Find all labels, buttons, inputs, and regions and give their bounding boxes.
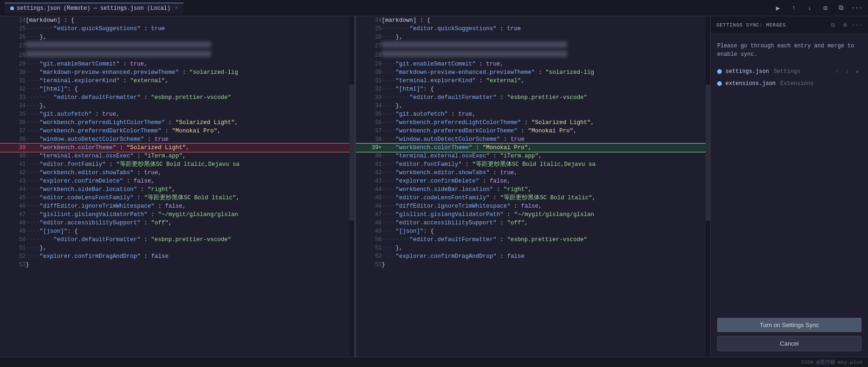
cancel-button[interactable]: Cancel: [717, 336, 862, 351]
table-row: 45····"editor.codeLensFontFamily" : "等距更…: [0, 194, 354, 202]
line-number: 33: [0, 93, 26, 102]
line-content: ········"editor.quickSuggestions" : true: [382, 25, 710, 33]
table-row: 24[markdown] : {: [0, 16, 354, 25]
table-row: 52····"explorer.confirmDragAndDrop" : fa…: [356, 252, 710, 261]
left-editor-pane: 24[markdown] : {25········"editor.quickS…: [0, 16, 354, 357]
table-row: 46····"diffEditor.ignoreTrimWhitespace" …: [356, 202, 710, 210]
sync-panel-settings-icon[interactable]: ⚙: [840, 20, 850, 30]
table-row: 27: [356, 41, 710, 51]
editor-tab[interactable]: settings.json (Remote) ↔ settings.json (…: [5, 3, 183, 13]
sync-close-icon[interactable]: ✕: [853, 67, 862, 76]
editor-toolbar: ▶ ↑ ↓ ⊟ ⧉ ···: [771, 1, 863, 14]
table-row: 47····"glsllint.glslangValidatorPath" : …: [0, 210, 354, 219]
line-number: 47: [0, 210, 26, 219]
left-minimap: [350, 16, 354, 357]
sync-upload-icon[interactable]: ↑: [833, 67, 841, 76]
table-row: 34····},: [0, 102, 354, 110]
left-code-scroll[interactable]: 24[markdown] : {25········"editor.quickS…: [0, 16, 354, 357]
line-content: ····"git.autofetch" : true,: [382, 110, 710, 118]
right-code-table: 24[markdown] : {25········"editor.quickS…: [356, 16, 710, 269]
table-row: 38····"window.autoDetectColorScheme" : t…: [0, 135, 354, 144]
line-number: 33: [356, 93, 382, 102]
nav-up-icon[interactable]: ↑: [787, 1, 800, 14]
table-row: 26····},: [0, 33, 354, 41]
line-content: ····"[html]": {: [382, 85, 710, 93]
settings-sync-panel: SETTINGS SYNC: MERGES ⊟ ⚙ ··· Please go …: [710, 16, 868, 357]
tab-label: settings.json (Remote) ↔ settings.json (…: [17, 5, 170, 12]
table-row: 39+····"workbench.colorTheme" : "Monokai…: [356, 144, 710, 152]
title-bar-tabs: settings.json (Remote) ↔ settings.json (…: [5, 3, 183, 13]
sync-panel-more-icon[interactable]: ···: [852, 20, 862, 30]
line-number: 25: [0, 25, 26, 33]
table-row: 40····"terminal.external.osxExec" : "iTe…: [0, 152, 354, 160]
sync-buttons: Turn on Settings Sync Cancel: [711, 312, 868, 357]
line-number: 30: [0, 68, 26, 77]
line-content: ····"workbench.editor.showTabs" : true,: [26, 169, 354, 177]
line-number: 52: [356, 252, 382, 261]
right-code-scroll[interactable]: 24[markdown] : {25········"editor.quickS…: [356, 16, 710, 357]
line-number: 46: [356, 202, 382, 210]
table-row: 32····"[html]": {: [356, 85, 710, 93]
line-number: 36: [0, 118, 26, 127]
line-number: 44: [0, 185, 26, 194]
sync-item-extensions[interactable]: extensions.json Extensions: [714, 78, 864, 89]
line-content: ····"window.autoDetectColorScheme" : tru…: [382, 135, 710, 144]
footer-bar: CSDN @墨抒颖 msy.plus: [0, 357, 868, 367]
line-content: ····},: [382, 102, 710, 110]
line-content: ····"workbench.sideBar.location" : "righ…: [26, 185, 354, 194]
line-number: 49: [356, 227, 382, 236]
sync-item-settings[interactable]: settings.json Settings ↑ ↓ ✕: [714, 65, 864, 78]
table-row: 26····},: [356, 33, 710, 41]
table-row: 25········"editor.quickSuggestions" : tr…: [0, 25, 354, 33]
line-number: 41: [0, 160, 26, 169]
turn-on-sync-button[interactable]: Turn on Settings Sync: [717, 318, 862, 332]
line-content: ····"terminal.external.osxExec" : "iTerm…: [382, 152, 710, 160]
align-icon[interactable]: ⊟: [819, 1, 832, 14]
sync-panel-header: SETTINGS SYNC: MERGES ⊟ ⚙ ···: [711, 16, 868, 34]
sync-item-settings-dot: [717, 69, 722, 74]
line-content: ····"terminal.explorerKind" : "external"…: [26, 77, 354, 85]
line-number: 45: [0, 194, 26, 202]
line-number: 27: [356, 41, 382, 51]
table-row: 44····"workbench.sideBar.location" : "ri…: [0, 185, 354, 194]
sync-item-extensions-label: extensions.json: [725, 80, 776, 87]
run-icon[interactable]: ▶: [771, 1, 784, 14]
line-number: 24: [0, 16, 26, 25]
line-content: ····"workbench.preferredDarkColorTheme" …: [26, 127, 354, 135]
table-row: 29····"git.enableSmartCommit" : true,: [356, 60, 710, 68]
line-number: 38: [0, 135, 26, 144]
sync-item-settings-actions: ↑ ↓ ✕: [833, 67, 862, 76]
sync-panel-header-icons: ⊟ ⚙ ···: [828, 20, 862, 30]
watermark: CSDN @墨抒颖 msy.plus: [801, 359, 862, 366]
line-content: ····"workbench.preferredLightColorTheme"…: [26, 118, 354, 127]
line-number: 51: [356, 244, 382, 252]
sync-panel-collapse-icon[interactable]: ⊟: [828, 20, 838, 30]
line-content: ····"workbench.sideBar.location" : "righ…: [382, 185, 710, 194]
table-row: 44····"workbench.sideBar.location" : "ri…: [356, 185, 710, 194]
line-content: ········"editor.defaultFormatter" : "esb…: [382, 236, 710, 244]
more-actions-icon[interactable]: ···: [850, 1, 863, 14]
table-row: 29····"git.enableSmartCommit" : true,: [0, 60, 354, 68]
nav-down-icon[interactable]: ↓: [803, 1, 816, 14]
line-content: [26, 41, 354, 51]
line-content: ····},: [26, 244, 354, 252]
line-number: 53: [0, 261, 26, 269]
line-number: 52: [0, 252, 26, 261]
line-number: 36: [356, 118, 382, 127]
table-row: 42····"workbench.editor.showTabs" : true…: [0, 169, 354, 177]
sync-item-extensions-sublabel: Extensions: [780, 80, 814, 87]
line-number: 48: [0, 219, 26, 227]
tab-close-button[interactable]: ×: [175, 6, 178, 11]
line-number: 27: [0, 41, 26, 51]
table-row: 34····},: [356, 102, 710, 110]
line-number: 26: [356, 33, 382, 41]
right-minimap-thumb: [706, 85, 710, 221]
table-row: 31····"terminal.explorerKind" : "externa…: [356, 77, 710, 85]
split-icon[interactable]: ⧉: [835, 1, 848, 14]
sync-download-icon[interactable]: ↓: [843, 67, 851, 76]
line-content: ····},: [26, 33, 354, 41]
line-number: 42: [356, 169, 382, 177]
line-number: 51: [0, 244, 26, 252]
line-number: 34: [356, 102, 382, 110]
line-content: ····"workbench.editor.showTabs" : true,: [382, 169, 710, 177]
